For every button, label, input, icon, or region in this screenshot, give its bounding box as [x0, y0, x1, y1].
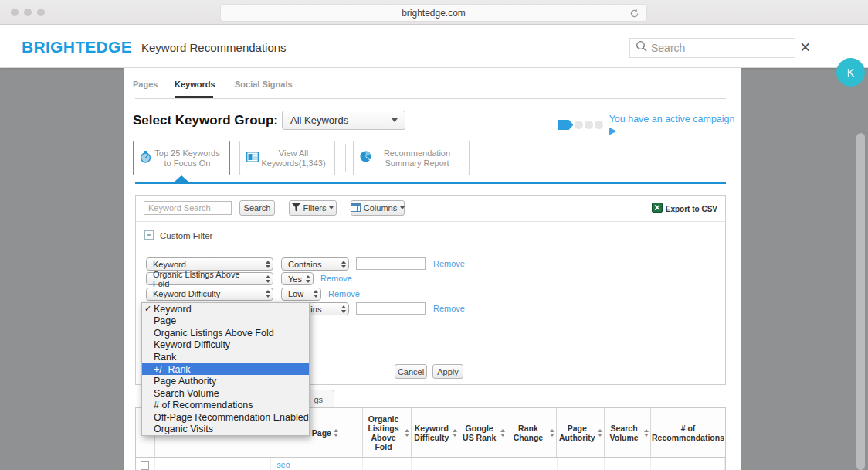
column-header[interactable]: Google US Rank	[459, 408, 507, 457]
custom-filter-title: Custom Filter	[160, 231, 212, 240]
table-cell	[155, 458, 209, 470]
reload-icon[interactable]	[629, 8, 639, 22]
dropdown-item[interactable]: Off-Page Recommendation Enabled	[142, 411, 309, 424]
column-header[interactable]: Page Authority	[557, 408, 605, 457]
active-view-bar	[135, 182, 726, 184]
view-all-keywords-button[interactable]: View All Keywords(1,343)	[239, 141, 335, 175]
remove-filter-link[interactable]: Remove	[433, 259, 465, 268]
chevron-down-icon	[329, 206, 334, 209]
table-cell	[558, 458, 605, 470]
brightedge-logo[interactable]: BRIGHTEDGE	[22, 38, 132, 56]
dropdown-item[interactable]: Organic Visits	[142, 423, 309, 435]
filter-field-select[interactable]: Organic Listings Above Fold	[146, 272, 273, 285]
filters-button-label: Filters	[303, 203, 327, 213]
check-icon: ✓	[144, 304, 151, 314]
row-checkbox[interactable]	[141, 461, 149, 470]
sort-icon[interactable]	[500, 429, 505, 437]
view-button-label: Recommendation Summary Report	[371, 148, 463, 169]
sort-icon[interactable]	[453, 429, 457, 437]
dropdown-item-highlighted[interactable]: +/- Rank	[142, 363, 309, 376]
dropdown-item[interactable]: Search Volume	[142, 387, 309, 400]
export-label: Export to CSV	[666, 205, 717, 213]
header-search-input[interactable]	[651, 42, 775, 54]
dropdown-item[interactable]: Organic Listings Above Fold	[142, 327, 309, 339]
search-icon	[636, 40, 648, 56]
stepper-icon	[341, 305, 346, 313]
filter-operator-value: Yes	[288, 274, 302, 284]
dropdown-item[interactable]: Page	[142, 315, 309, 328]
columns-button[interactable]: Columns	[351, 200, 405, 216]
keyword-group-select[interactable]: All Keywords	[282, 111, 405, 130]
vertical-scrollbar[interactable]	[856, 133, 865, 470]
avatar[interactable]: K	[836, 58, 865, 87]
stepper-icon	[266, 275, 270, 283]
toolbar-divider	[283, 198, 283, 218]
dropdown-item[interactable]: Page Authority	[142, 375, 309, 387]
filter-field-select[interactable]: Keyword Difficulty	[146, 288, 273, 301]
column-header[interactable]: Organic Listings Above Fold	[363, 408, 412, 457]
filter-field-select[interactable]: Keyword	[146, 257, 273, 271]
campaign-link[interactable]: You have an active campaign ▶	[609, 114, 741, 136]
table-cell	[507, 458, 558, 470]
window-dot-icon[interactable]	[11, 9, 19, 16]
keyword-search-input[interactable]	[144, 201, 232, 215]
header-search-box[interactable]	[629, 38, 795, 58]
recommendation-summary-button[interactable]: Recommendation Summary Report	[353, 141, 470, 175]
sort-icon[interactable]	[598, 429, 602, 437]
cancel-button[interactable]: Cancel	[395, 364, 427, 379]
sort-icon[interactable]	[334, 429, 338, 437]
dropdown-item-label: Rank	[154, 352, 176, 363]
remove-filter-link[interactable]: Remove	[320, 274, 352, 283]
dropdown-item[interactable]: ✓Keyword	[142, 303, 309, 315]
tab-social-signals[interactable]: Social Signals	[235, 80, 293, 89]
active-view-pointer	[175, 175, 188, 182]
sort-icon[interactable]	[550, 429, 554, 437]
filter-operator-select[interactable]: Yes	[281, 272, 314, 285]
tabs-divider	[135, 98, 726, 99]
column-header[interactable]: # of Recommendations	[651, 408, 725, 457]
filter-operator-select[interactable]: Low	[281, 288, 321, 301]
filters-button[interactable]: Filters	[289, 200, 337, 216]
tab-keywords[interactable]: Keywords	[175, 80, 215, 89]
window-dot-icon[interactable]	[37, 9, 45, 16]
dropdown-item[interactable]: Keyword Difficulty	[142, 339, 309, 352]
tab-pages[interactable]: Pages	[133, 80, 158, 89]
filter-value-input[interactable]	[356, 257, 426, 270]
address-bar[interactable]: brightedge.com	[220, 4, 647, 22]
column-header-label: Rank Change	[509, 424, 548, 442]
top-25-keywords-button[interactable]: Top 25 Keywords to Focus On	[133, 141, 230, 175]
stepper-icon	[306, 275, 310, 283]
remove-filter-link[interactable]: Remove	[328, 289, 360, 298]
collapse-icon[interactable]	[144, 229, 154, 243]
window-dot-icon[interactable]	[24, 9, 32, 16]
pie-icon	[360, 151, 371, 165]
keyword-link[interactable]: seo	[271, 460, 290, 469]
stepper-icon	[341, 261, 346, 268]
apply-button[interactable]: Apply	[432, 364, 463, 379]
filter-operator-value: Low	[288, 289, 303, 298]
column-header-label: # of Recommendations	[652, 424, 724, 442]
column-header[interactable]: Keyword Difficulty	[412, 408, 459, 457]
filter-value-input[interactable]	[356, 302, 426, 315]
dropdown-item[interactable]: # of Recommendations	[142, 399, 309, 411]
dropdown-item[interactable]: Rank	[142, 351, 309, 363]
remove-filter-link[interactable]: Remove	[433, 304, 465, 313]
close-icon[interactable]: ×	[800, 37, 810, 58]
sort-icon[interactable]	[405, 429, 409, 437]
stepper-icon	[314, 290, 318, 298]
filter-field-value: Keyword	[153, 260, 186, 269]
column-header-label: Keyword Difficulty	[413, 424, 450, 442]
filter-operator-select[interactable]: Contains	[281, 257, 349, 271]
table-cell	[605, 458, 651, 470]
export-to-csv-link[interactable]: Export to CSV	[652, 202, 717, 216]
url-text: brightedge.com	[402, 8, 466, 19]
filter-field-value: Keyword Difficulty	[153, 289, 220, 298]
column-header[interactable]: Rank Change	[507, 408, 558, 457]
dropdown-item-label: Keyword	[154, 304, 192, 315]
search-button[interactable]: Search	[239, 200, 275, 216]
column-header[interactable]: Search Volume	[605, 408, 651, 457]
excel-icon	[652, 202, 663, 216]
sort-icon[interactable]	[644, 429, 649, 437]
table-cell	[363, 458, 412, 470]
funnel-icon	[292, 203, 300, 213]
